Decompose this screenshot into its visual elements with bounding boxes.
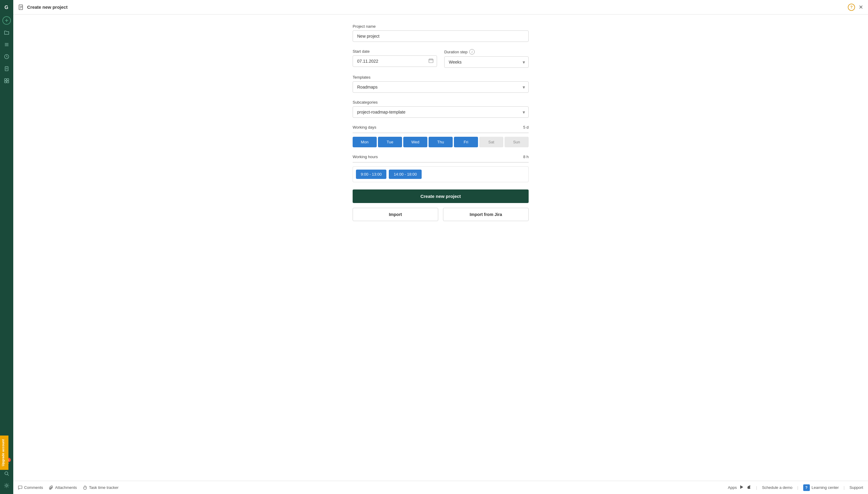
day-button-sat[interactable]: Sat: [479, 137, 503, 147]
project-name-label: Project name: [353, 24, 529, 28]
svg-line-34: [86, 487, 87, 487]
hour-slot-button[interactable]: 14:00 - 18:00: [389, 170, 422, 179]
subcategories-select[interactable]: project-roadmap-template: [353, 106, 529, 118]
task-time-tracker-button[interactable]: Task time tracker: [83, 485, 118, 490]
templates-group: Templates Roadmaps Agile Marketing ▾: [353, 75, 529, 93]
attachments-icon: [49, 486, 53, 490]
start-date-label: Start date: [353, 49, 437, 54]
day-button-wed[interactable]: Wed: [403, 137, 427, 147]
timer-icon: [83, 486, 87, 490]
play-store-icon[interactable]: [739, 484, 744, 490]
working-hours-header: Working hours 8 h: [353, 154, 529, 159]
svg-text:G: G: [4, 5, 8, 10]
working-days-label: Working days: [353, 125, 376, 130]
svg-marker-35: [740, 485, 743, 489]
working-days-count: 5 d: [523, 125, 529, 130]
svg-line-9: [7, 57, 7, 57]
project-name-group: Project name: [353, 24, 529, 42]
create-project-button[interactable]: Create new project: [353, 189, 529, 203]
apps-section: Apps: [728, 484, 751, 490]
bottom-bar: Comments Attachments Task time tracker: [13, 481, 868, 494]
hour-slot-button[interactable]: 9:00 - 13:00: [356, 170, 386, 179]
sidebar-item-file[interactable]: [1, 63, 12, 74]
bottom-left: Comments Attachments Task time tracker: [18, 485, 118, 490]
sidebar-item-settings[interactable]: [1, 480, 12, 491]
sidebar-item-list[interactable]: [1, 39, 12, 50]
apps-label: Apps: [728, 485, 737, 490]
close-button[interactable]: ✕: [858, 4, 863, 11]
app-logo[interactable]: G: [2, 2, 12, 12]
page-header: Create new project ? ✕: [13, 0, 868, 15]
apple-store-icon[interactable]: [746, 484, 751, 490]
import-jira-button[interactable]: Import from Jira: [443, 208, 529, 221]
start-date-input[interactable]: [353, 55, 437, 67]
hours-grid: 9:00 - 13:0014:00 - 18:00: [353, 166, 529, 182]
svg-rect-13: [4, 79, 6, 80]
learning-center-icon: ?: [803, 484, 810, 491]
svg-rect-10: [5, 66, 8, 71]
svg-rect-29: [18, 486, 22, 489]
days-grid: MonTueWedThuFriSatSun: [353, 137, 529, 147]
duration-step-group: Duration step i Weeks Days Months ▾: [444, 49, 529, 68]
project-name-input[interactable]: [353, 31, 529, 42]
help-button[interactable]: ?: [848, 4, 855, 11]
svg-point-18: [5, 472, 8, 475]
header-actions: ? ✕: [848, 4, 863, 11]
duration-info-icon[interactable]: i: [469, 49, 475, 55]
svg-rect-16: [7, 81, 9, 83]
templates-label: Templates: [353, 75, 529, 79]
subcategories-label: Subcategories: [353, 100, 529, 104]
day-button-fri[interactable]: Fri: [454, 137, 478, 147]
add-button[interactable]: [2, 16, 11, 25]
sidebar: G: [0, 0, 13, 494]
duration-step-select-wrap: Weeks Days Months ▾: [444, 56, 529, 68]
page-title: Create new project: [27, 4, 848, 10]
templates-select-wrap: Roadmaps Agile Marketing ▾: [353, 81, 529, 93]
subcategories-group: Subcategories project-roadmap-template ▾: [353, 100, 529, 118]
start-date-group: Start date: [353, 49, 437, 68]
import-button[interactable]: Import: [353, 208, 438, 221]
form-container: Project name Start date: [338, 15, 543, 481]
main-content: Create new project ? ✕ Project name Star…: [13, 0, 868, 494]
sidebar-item-folder[interactable]: [1, 27, 12, 38]
schedule-demo-link[interactable]: Schedule a demo: [762, 485, 792, 490]
working-hours-count: 8 h: [523, 154, 529, 159]
svg-rect-15: [4, 81, 6, 83]
divider-1: |: [756, 485, 757, 490]
day-button-tue[interactable]: Tue: [378, 137, 402, 147]
templates-select[interactable]: Roadmaps Agile Marketing: [353, 81, 529, 93]
comments-button[interactable]: Comments: [18, 485, 43, 490]
subcategories-select-wrap: project-roadmap-template ▾: [353, 106, 529, 118]
working-hours-label: Working hours: [353, 154, 378, 159]
sidebar-item-clock[interactable]: [1, 51, 12, 62]
svg-rect-14: [7, 79, 9, 80]
svg-line-19: [7, 474, 9, 476]
working-days-header: Working days 5 d: [353, 125, 529, 130]
day-button-sun[interactable]: Sun: [504, 137, 529, 147]
duration-step-label: Duration step: [444, 50, 467, 54]
learning-center-button[interactable]: ? Learning center: [803, 484, 839, 491]
sidebar-item-grid[interactable]: [1, 75, 12, 86]
start-date-wrap: [353, 55, 437, 67]
duration-step-select[interactable]: Weeks Days Months: [444, 56, 529, 68]
bottom-right: Apps | Schedule a demo | ? Learning cent…: [728, 484, 863, 491]
attachments-button[interactable]: Attachments: [49, 485, 77, 490]
working-days-group: Working days 5 d MonTueWedThuFriSatSun: [353, 125, 529, 147]
secondary-buttons: Import Import from Jira: [353, 208, 529, 221]
day-button-thu[interactable]: Thu: [429, 137, 453, 147]
working-hours-group: Working hours 8 h 9:00 - 13:0014:00 - 18…: [353, 154, 529, 182]
document-icon: [18, 4, 24, 10]
date-duration-group: Start date Duration step: [353, 49, 529, 68]
svg-point-20: [6, 484, 7, 487]
day-button-mon[interactable]: Mon: [353, 137, 377, 147]
comments-icon: [18, 486, 22, 490]
divider-2: |: [797, 485, 798, 490]
upgrade-account-banner[interactable]: Upgrade account: [0, 436, 8, 470]
divider-3: |: [844, 485, 845, 490]
support-link[interactable]: Support: [849, 485, 863, 490]
